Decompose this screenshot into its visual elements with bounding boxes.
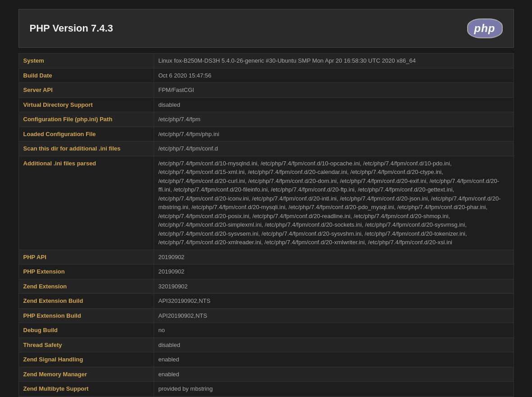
row-label: Additional .ini files parsed: [18, 156, 154, 250]
row-label: Virtual Directory Support: [18, 97, 154, 112]
php-logo-text: php: [474, 22, 496, 34]
row-value: FPM/FastCGI: [154, 83, 514, 98]
table-row: Additional .ini files parsed/etc/php/7.4…: [18, 156, 514, 250]
row-label: System: [18, 54, 154, 68]
header-box: PHP Version 7.4.3 php: [18, 9, 514, 48]
php-version-title: PHP Version 7.4.3: [30, 23, 113, 34]
table-row: Configuration File (php.ini) Path/etc/ph…: [18, 112, 514, 127]
table-row: Build DateOct 6 2020 15:47:56: [18, 68, 514, 83]
row-value: Oct 6 2020 15:47:56: [154, 68, 514, 83]
table-row: Zend Multibyte Supportprovided by mbstri…: [18, 382, 514, 397]
info-table: SystemLinux fox-B250M-DS3H 5.4.0-26-gene…: [18, 53, 514, 397]
row-value: provided by mbstring: [154, 382, 514, 397]
row-label: Configuration File (php.ini) Path: [18, 112, 154, 127]
row-label: PHP Extension: [18, 265, 154, 279]
row-value: 20190902: [154, 250, 514, 265]
main-container: PHP Version 7.4.3 php SystemLinux fox-B2…: [18, 9, 514, 397]
row-value: Linux fox-B250M-DS3H 5.4.0-26-generic #3…: [154, 54, 514, 68]
row-value: /etc/php/7.4/fpm/php.ini: [154, 127, 514, 141]
table-row: Server APIFPM/FastCGI: [18, 83, 514, 98]
table-row: Zend Extension320190902: [18, 279, 514, 294]
row-label: Zend Extension: [18, 279, 154, 294]
table-row: Zend Extension BuildAPI320190902,NTS: [18, 294, 514, 309]
table-row: Loaded Configuration File/etc/php/7.4/fp…: [18, 127, 514, 141]
row-value: 320190902: [154, 279, 514, 294]
table-row: Virtual Directory Supportdisabled: [18, 97, 514, 112]
table-row: SystemLinux fox-B250M-DS3H 5.4.0-26-gene…: [18, 54, 514, 68]
row-value: enabled: [154, 367, 514, 382]
row-label: PHP API: [18, 250, 154, 265]
row-label: Build Date: [18, 68, 154, 83]
row-value: no: [154, 323, 514, 338]
table-row: PHP API20190902: [18, 250, 514, 265]
table-row: Zend Memory Managerenabled: [18, 367, 514, 382]
row-value: enabled: [154, 352, 514, 367]
table-row: Debug Buildno: [18, 323, 514, 338]
table-row: PHP Extension BuildAPI20190902,NTS: [18, 308, 514, 323]
table-row: Thread Safetydisabled: [18, 338, 514, 352]
row-label: Scan this dir for additional .ini files: [18, 141, 154, 156]
row-label: Thread Safety: [18, 338, 154, 352]
table-row: Scan this dir for additional .ini files/…: [18, 141, 514, 156]
php-logo: php: [467, 18, 503, 38]
row-value: 20190902: [154, 265, 514, 279]
row-label: Zend Memory Manager: [18, 367, 154, 382]
row-value: API20190902,NTS: [154, 308, 514, 323]
row-label: Debug Build: [18, 323, 154, 338]
table-row: Zend Signal Handlingenabled: [18, 352, 514, 367]
row-label: Zend Signal Handling: [18, 352, 154, 367]
row-label: Zend Extension Build: [18, 294, 154, 309]
row-value: API320190902,NTS: [154, 294, 514, 309]
row-value: /etc/php/7.4/fpm: [154, 112, 514, 127]
row-label: Zend Multibyte Support: [18, 382, 154, 397]
row-value: disabled: [154, 338, 514, 352]
row-label: Server API: [18, 83, 154, 98]
row-value: /etc/php/7.4/fpm/conf.d: [154, 141, 514, 156]
row-value: disabled: [154, 97, 514, 112]
row-label: PHP Extension Build: [18, 308, 154, 323]
row-label: Loaded Configuration File: [18, 127, 154, 141]
table-row: PHP Extension20190902: [18, 265, 514, 279]
row-value: /etc/php/7.4/fpm/conf.d/10-mysqlnd.ini, …: [154, 156, 514, 250]
